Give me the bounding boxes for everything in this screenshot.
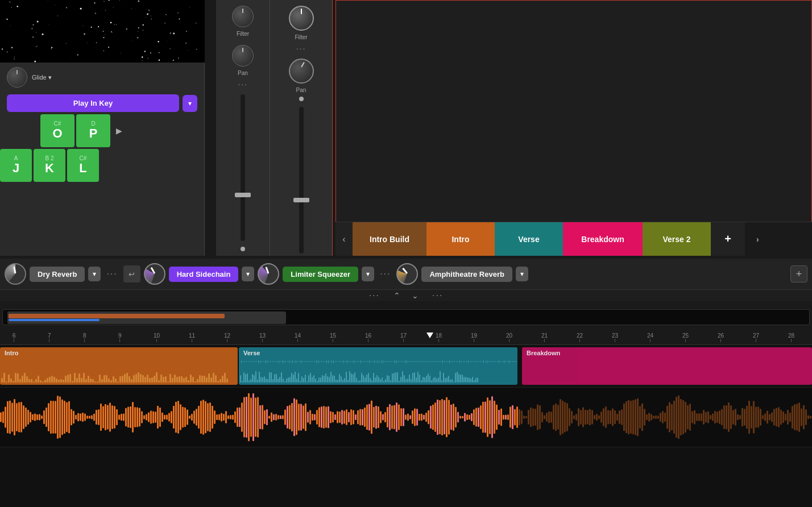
svg-rect-141	[321, 406, 322, 428]
svg-rect-119	[271, 413, 272, 422]
keyboard-scroll-right[interactable]: ▶	[112, 114, 126, 147]
key-p[interactable]: D P	[76, 114, 110, 147]
play-in-key-button[interactable]: Play In Key	[7, 94, 179, 112]
svg-rect-0	[0, 413, 2, 422]
hard-sidechain-button[interactable]: Hard Sidechain	[169, 267, 239, 282]
svg-rect-228	[519, 409, 520, 425]
svg-rect-142	[323, 406, 325, 429]
add-effect-button[interactable]: +	[790, 265, 807, 282]
collapse-dots-1[interactable]: ···	[367, 290, 382, 301]
dry-reverb-dropdown[interactable]: ▾	[88, 267, 101, 281]
svg-rect-53	[121, 414, 122, 421]
svg-rect-157	[357, 410, 359, 424]
ruler-mark-18: 18	[436, 333, 442, 344]
scene-nav-left[interactable]: ‹	[335, 222, 353, 256]
svg-rect-48	[109, 402, 111, 431]
sidechain-routing-btn[interactable]: ↩	[123, 265, 140, 282]
svg-rect-278	[632, 400, 634, 434]
scrollbar-thumb[interactable]	[7, 311, 286, 324]
svg-rect-146	[332, 412, 334, 422]
key-j[interactable]: A J	[0, 149, 32, 182]
svg-rect-295	[671, 404, 673, 430]
limiter-button[interactable]: Limiter Squeezer	[283, 267, 358, 282]
svg-rect-96	[218, 414, 220, 420]
svg-rect-169	[384, 412, 386, 422]
clip-breakdown[interactable]: Breakdown	[522, 347, 812, 385]
svg-rect-346	[787, 410, 789, 425]
svg-rect-333	[757, 407, 759, 428]
svg-rect-35	[80, 413, 81, 421]
channel-knob-2[interactable]	[232, 45, 254, 67]
glide-knob[interactable]	[7, 67, 27, 88]
channel-knob-1[interactable]	[232, 6, 254, 27]
dry-reverb-knob[interactable]	[5, 263, 26, 285]
scene-tab-intro-build[interactable]: Intro Build	[353, 222, 426, 256]
svg-rect-36	[82, 413, 84, 422]
scene-tab-more[interactable]: ›	[745, 222, 770, 256]
sidechain-knob[interactable]	[144, 263, 165, 285]
svg-rect-279	[635, 400, 636, 435]
collapse-dots-2[interactable]: ···	[430, 290, 445, 301]
fader-thumb-1[interactable]	[235, 193, 251, 197]
svg-rect-343	[780, 410, 782, 425]
svg-rect-351	[798, 402, 800, 432]
svg-rect-132	[300, 404, 302, 431]
effects-bar: Dry Reverb ▾ ··· ↩ Hard Sidechain ▾ Limi…	[0, 259, 812, 290]
svg-rect-315	[716, 412, 718, 422]
svg-rect-79	[180, 404, 181, 430]
svg-rect-60	[136, 407, 138, 427]
svg-rect-100	[227, 415, 229, 419]
scene-tab-intro[interactable]: Intro	[426, 222, 495, 256]
svg-rect-68	[155, 412, 156, 422]
channel-dots-2[interactable]: ···	[296, 44, 306, 53]
filter-knob[interactable]	[289, 6, 314, 31]
svg-rect-341	[776, 408, 777, 427]
play-in-key-dropdown[interactable]: ▾	[183, 95, 197, 112]
svg-rect-164	[373, 407, 375, 428]
svg-rect-85	[193, 411, 195, 424]
pan-knob[interactable]	[289, 59, 314, 84]
clip-intro[interactable]: Intro	[0, 347, 238, 385]
channel-dots-1[interactable]: ···	[238, 80, 248, 89]
verse-clip-label: Verse	[243, 350, 260, 356]
svg-rect-11	[25, 408, 27, 427]
scroll-blue-bar	[9, 319, 100, 321]
svg-rect-204	[464, 413, 466, 422]
scrollbar-track[interactable]	[2, 309, 810, 325]
key-l[interactable]: C# L	[67, 149, 99, 182]
keyboard-row-2: A J B 2 K C# L	[0, 149, 204, 184]
amphitheatre-button[interactable]: Amphitheatre Reverb	[421, 267, 512, 282]
svg-rect-113	[257, 397, 259, 438]
hard-sidechain-dropdown[interactable]: ▾	[242, 267, 254, 281]
dry-reverb-button[interactable]: Dry Reverb	[30, 267, 85, 282]
effects-dots-2[interactable]: ···	[378, 269, 393, 279]
scene-tab-breakdown[interactable]: Breakdown	[563, 222, 643, 256]
svg-rect-39	[89, 415, 90, 418]
svg-rect-327	[744, 409, 745, 425]
scene-tab-add[interactable]: +	[711, 222, 745, 256]
limiter-knob[interactable]	[258, 263, 279, 285]
svg-rect-144	[328, 406, 329, 429]
limiter-dropdown[interactable]: ▾	[362, 267, 374, 281]
collapse-up-btn[interactable]: ⌃	[393, 291, 400, 300]
svg-rect-163	[371, 401, 372, 434]
svg-rect-108	[246, 397, 247, 438]
svg-rect-160	[364, 408, 366, 427]
key-k[interactable]: B 2 K	[34, 149, 65, 182]
svg-rect-67	[152, 412, 154, 423]
scene-tab-verse[interactable]: Verse	[495, 222, 563, 256]
playhead[interactable]	[426, 333, 433, 338]
effects-dots-1[interactable]: ···	[104, 269, 119, 279]
scene-tab-verse2[interactable]: Verse 2	[643, 222, 711, 256]
ruler-mark-10: 10	[154, 333, 160, 344]
amphitheatre-dropdown[interactable]: ▾	[516, 267, 528, 281]
svg-rect-161	[366, 405, 368, 430]
key-o[interactable]: C# O	[40, 114, 74, 147]
svg-rect-252	[573, 415, 575, 419]
clip-verse[interactable]: Verse	[239, 347, 517, 385]
svg-rect-7	[16, 403, 18, 431]
amphitheatre-knob[interactable]	[396, 263, 418, 285]
fader-thumb-2[interactable]	[293, 198, 309, 202]
svg-rect-334	[760, 409, 761, 426]
collapse-down-btn[interactable]: ⌄	[412, 291, 419, 300]
